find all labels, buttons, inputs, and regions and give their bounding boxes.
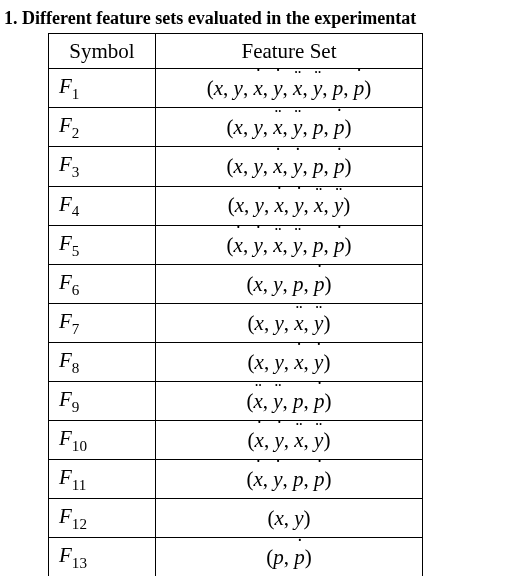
feature-set-cell: (x, y, x, y, p, p) [156, 225, 423, 264]
table-row: F8(x, y, x, y) [49, 342, 423, 381]
feature-set-cell: (x, y) [156, 499, 423, 538]
feature-set-cell: (x, y, x, y, p, p) [156, 147, 423, 186]
symbol-cell: F5 [49, 225, 156, 264]
table-row: F6(x, y, p, p) [49, 264, 423, 303]
feature-set-cell: (x, y, p, p) [156, 382, 423, 421]
symbol-cell: F3 [49, 147, 156, 186]
symbol-cell: F7 [49, 303, 156, 342]
feature-set-table: Symbol Feature Set F1(x, y, x, y, x, y, … [48, 33, 423, 576]
table-row: F5(x, y, x, y, p, p) [49, 225, 423, 264]
table-row: F7(x, y, x, y) [49, 303, 423, 342]
table-row: F1(x, y, x, y, x, y, p, p) [49, 69, 423, 108]
header-symbol: Symbol [49, 34, 156, 69]
table-caption: 1. Different feature sets evaluated in t… [0, 8, 512, 29]
table-header-row: Symbol Feature Set [49, 34, 423, 69]
feature-set-cell: (x, y, x, y) [156, 303, 423, 342]
symbol-cell: F9 [49, 382, 156, 421]
feature-set-cell: (p, p) [156, 538, 423, 576]
symbol-cell: F2 [49, 108, 156, 147]
table-row: F12(x, y) [49, 499, 423, 538]
table-row: F11(x, y, p, p) [49, 460, 423, 499]
feature-set-cell: (x, y, x, y, x, y, p, p) [156, 69, 423, 108]
table-row: F10(x, y, x, y) [49, 421, 423, 460]
table-row: F2(x, y, x, y, p, p) [49, 108, 423, 147]
table-row: F4(x, y, x, y, x, y) [49, 186, 423, 225]
symbol-cell: F8 [49, 342, 156, 381]
feature-set-cell: (x, y, p, p) [156, 460, 423, 499]
symbol-cell: F4 [49, 186, 156, 225]
symbol-cell: F6 [49, 264, 156, 303]
feature-set-cell: (x, y, x, y, x, y) [156, 186, 423, 225]
feature-set-cell: (x, y, x, y, p, p) [156, 108, 423, 147]
feature-set-cell: (x, y, x, y) [156, 342, 423, 381]
feature-set-cell: (x, y, x, y) [156, 421, 423, 460]
symbol-cell: F13 [49, 538, 156, 576]
symbol-cell: F10 [49, 421, 156, 460]
table-row: F13(p, p) [49, 538, 423, 576]
table-row: F9(x, y, p, p) [49, 382, 423, 421]
header-feature-set: Feature Set [156, 34, 423, 69]
symbol-cell: F11 [49, 460, 156, 499]
symbol-cell: F1 [49, 69, 156, 108]
symbol-cell: F12 [49, 499, 156, 538]
feature-set-cell: (x, y, p, p) [156, 264, 423, 303]
table-row: F3(x, y, x, y, p, p) [49, 147, 423, 186]
